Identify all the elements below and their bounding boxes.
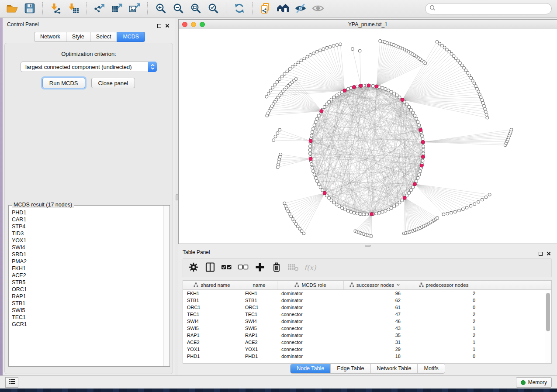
result-node-item[interactable]: RAP1 — [12, 293, 164, 300]
close-panel-button[interactable]: Close panel — [91, 78, 135, 88]
table-cell[interactable]: 0 — [406, 354, 481, 359]
table-cell[interactable]: 62 — [344, 298, 406, 303]
result-node-item[interactable]: TID3 — [12, 230, 164, 237]
table-scrollbar[interactable] — [545, 290, 551, 363]
table-cell[interactable]: 46 — [344, 319, 406, 324]
table-row[interactable]: TEC1TEC1connector472 — [183, 311, 545, 318]
table-cell[interactable]: connector — [277, 347, 344, 352]
refresh-layout-button[interactable] — [232, 1, 247, 16]
table-cell[interactable]: RAP1 — [183, 333, 241, 338]
export-network-button[interactable] — [92, 1, 107, 16]
table-cell[interactable]: YOX1 — [183, 347, 241, 352]
table-cell[interactable]: connector — [277, 340, 344, 345]
table-row[interactable]: STB1STB1dominator620 — [183, 297, 545, 304]
table-row[interactable]: SWI5SWI5connector431 — [183, 325, 545, 332]
export-table-button[interactable] — [109, 1, 125, 16]
table-cell[interactable]: dominator — [277, 291, 344, 296]
network-canvas[interactable] — [179, 29, 557, 244]
table-cell[interactable]: 29 — [344, 347, 406, 352]
table-cell[interactable]: 0 — [406, 298, 481, 303]
zoom-fit-button[interactable] — [188, 1, 204, 16]
zoom-out-button[interactable] — [170, 1, 186, 16]
import-network-button[interactable] — [48, 1, 64, 16]
close-table-panel-icon[interactable] — [547, 250, 551, 258]
table-cell[interactable]: SWI5 — [241, 326, 277, 331]
column-header-name[interactable]: name — [241, 281, 277, 289]
result-node-item[interactable]: PHD1 — [12, 209, 164, 216]
vertical-splitter[interactable] — [175, 18, 178, 375]
splitter-grip-horizontal[interactable] — [365, 245, 371, 247]
table-cell[interactable]: PHD1 — [241, 354, 277, 359]
import-table-button[interactable] — [66, 1, 81, 16]
table-cell[interactable]: 2 — [406, 319, 481, 324]
table-cell[interactable]: ORC1 — [241, 305, 277, 310]
horizontal-splitter[interactable] — [178, 244, 557, 247]
table-cell[interactable]: 2 — [406, 312, 481, 317]
table-cell[interactable]: dominator — [277, 305, 344, 310]
table-cell[interactable]: 1 — [406, 326, 481, 331]
table-cell[interactable]: PHD1 — [183, 354, 241, 359]
table-cell[interactable]: 1 — [406, 340, 481, 345]
result-node-item[interactable]: ACE2 — [12, 272, 164, 279]
table-scrollbar-thumb[interactable] — [546, 293, 550, 331]
table-cell[interactable]: 0 — [406, 305, 481, 310]
column-header-MCDS-role[interactable]: MCDS role — [277, 281, 344, 289]
table-cell[interactable]: ORC1 — [183, 305, 241, 310]
zoom-selected-button[interactable] — [205, 1, 221, 16]
hide-unselected-button[interactable] — [293, 1, 308, 16]
table-row[interactable]: RAP1RAP1dominator352 — [183, 332, 545, 339]
table-row[interactable]: YOX1YOX1connector291 — [183, 346, 545, 353]
table-cell[interactable]: TEC1 — [241, 312, 277, 317]
save-session-button[interactable] — [22, 1, 38, 16]
result-node-item[interactable]: ORC1 — [12, 286, 164, 293]
table-cell[interactable]: SWI5 — [183, 326, 241, 331]
memory-button[interactable]: Memory — [516, 377, 552, 388]
result-node-item[interactable]: TEC1 — [12, 314, 164, 321]
table-cell[interactable]: RAP1 — [241, 333, 277, 338]
table-row[interactable]: ACE2ACE2connector311 — [183, 339, 545, 346]
table-cell[interactable]: 43 — [344, 326, 406, 331]
tab-style[interactable]: Style — [66, 32, 90, 42]
result-node-item[interactable]: GCR1 — [12, 321, 164, 328]
table-cell[interactable]: connector — [277, 326, 344, 331]
mcds-result-scrollbar[interactable] — [163, 206, 170, 366]
table-cell[interactable]: STB1 — [183, 298, 241, 303]
column-header-successor-nodes[interactable]: successor nodes — [344, 281, 406, 289]
table-cell[interactable]: connector — [277, 312, 344, 317]
table-cell[interactable]: YOX1 — [241, 347, 277, 352]
table-cell[interactable]: dominator — [277, 319, 344, 324]
close-panel-icon[interactable] — [165, 22, 170, 30]
table-row[interactable]: ORC1ORC1dominator610 — [183, 304, 545, 311]
result-node-item[interactable]: STP4 — [12, 223, 164, 230]
search-input[interactable] — [438, 4, 551, 14]
add-column-button[interactable] — [253, 261, 266, 275]
float-table-panel-icon[interactable] — [539, 252, 543, 256]
tab-network-table[interactable]: Network Table — [370, 364, 418, 373]
network-window-titlebar[interactable]: YPA_prune.txt_1 — [179, 20, 557, 30]
table-row[interactable]: FKH1FKH1dominator962 — [183, 290, 545, 297]
window-maximize-button[interactable] — [200, 22, 205, 27]
result-node-item[interactable]: FKH1 — [12, 265, 164, 272]
table-cell[interactable]: dominator — [277, 333, 344, 338]
window-minimize-button[interactable] — [191, 22, 196, 27]
table-cell[interactable]: dominator — [277, 354, 344, 359]
float-panel-icon[interactable] — [157, 24, 161, 28]
table-cell[interactable]: SWI4 — [241, 319, 277, 324]
table-cell[interactable]: TEC1 — [183, 312, 241, 317]
table-cell[interactable]: 1 — [406, 347, 481, 352]
table-cell[interactable]: 61 — [344, 305, 406, 310]
tab-network[interactable]: Network — [34, 32, 66, 42]
choose-columns-button[interactable] — [204, 261, 217, 275]
tab-motifs[interactable]: Motifs — [417, 364, 444, 373]
deselect-all-button[interactable] — [237, 261, 250, 275]
table-cell[interactable]: SWI4 — [183, 319, 241, 324]
table-cell[interactable]: FKH1 — [183, 291, 241, 296]
table-row[interactable]: SWI4SWI4dominator462 — [183, 318, 545, 325]
window-close-button[interactable] — [182, 22, 187, 27]
open-file-button[interactable] — [4, 1, 20, 16]
tab-mcds[interactable]: MCDS — [117, 32, 145, 42]
table-cell[interactable]: ACE2 — [241, 340, 277, 345]
result-node-item[interactable]: PMA2 — [12, 258, 164, 265]
run-mcds-button[interactable]: Run MCDS — [42, 78, 85, 88]
result-node-item[interactable]: SWI4 — [12, 244, 164, 251]
